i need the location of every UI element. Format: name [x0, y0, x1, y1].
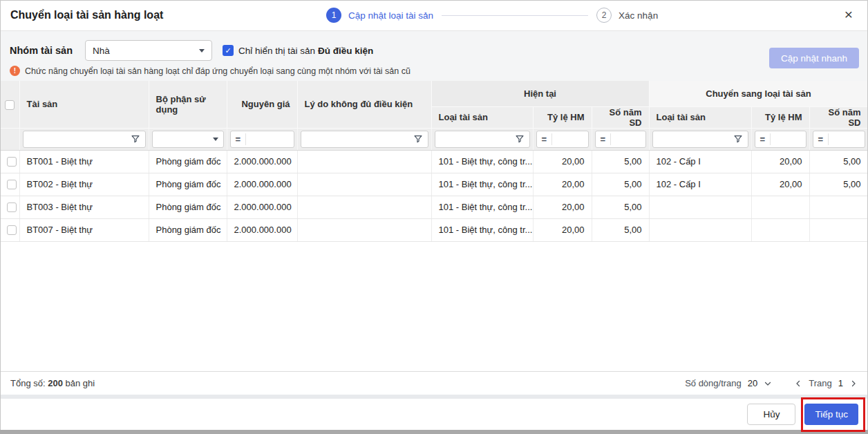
- title-bar: Chuyển loại tài sản hàng loạt 1 Cập nhật…: [0, 0, 868, 31]
- row-checkbox[interactable]: [7, 180, 17, 189]
- table-row[interactable]: BT003 - Biệt thự Phòng giám đốc 2.000.00…: [0, 196, 868, 218]
- eligible-checkbox-checked[interactable]: ✓: [223, 45, 234, 56]
- equals-operator[interactable]: =: [601, 133, 612, 145]
- filter-funnel-icon[interactable]: [515, 134, 525, 144]
- equals-operator[interactable]: =: [760, 133, 771, 145]
- cell-asset: BT001 - Biệt thự: [19, 150, 149, 173]
- header-original-cost[interactable]: Nguyên giá: [227, 81, 297, 128]
- cell-target-rate[interactable]: [751, 196, 809, 218]
- eligible-filter[interactable]: ✓ Chỉ hiển thị tài sản Đủ điều kiện: [223, 45, 373, 56]
- equals-operator[interactable]: =: [542, 133, 553, 145]
- filter-current-years-cell: =: [592, 128, 649, 150]
- cell-target-type[interactable]: 102 - Cấp I: [649, 150, 751, 173]
- equals-operator[interactable]: =: [818, 133, 829, 145]
- cell-ineligible-reason: [297, 150, 431, 173]
- continue-button[interactable]: Tiếp tục: [804, 404, 858, 425]
- cell-current-rate: 20,00: [533, 150, 592, 173]
- filter-department-cell: [149, 128, 227, 150]
- header-department[interactable]: Bộ phận sử dụng: [149, 81, 227, 128]
- filter-cost-box: =: [230, 131, 294, 148]
- cell-ineligible-reason: [297, 218, 431, 241]
- equals-operator[interactable]: =: [236, 133, 247, 145]
- filter-cost-cell: =: [227, 128, 297, 150]
- select-all-checkbox[interactable]: [5, 100, 15, 110]
- step-1-update-asset-type[interactable]: 1 Cập nhật loại tài sản: [326, 8, 433, 23]
- filter-funnel-icon[interactable]: [413, 134, 423, 144]
- filter-current-rate-cell: =: [533, 128, 592, 150]
- header-current-useful-years[interactable]: Số năm SD: [592, 106, 649, 128]
- close-icon[interactable]: ×: [840, 7, 857, 23]
- filter-target-rate-input[interactable]: [775, 131, 800, 147]
- cell-target-years[interactable]: [809, 218, 868, 241]
- filter-cost-input[interactable]: [251, 131, 288, 147]
- header-target-useful-years[interactable]: Số năm SD: [809, 106, 868, 128]
- filter-asset-cell: [19, 128, 149, 150]
- header-asset[interactable]: Tài sản: [19, 81, 149, 128]
- cell-target-type[interactable]: [649, 218, 751, 241]
- chevron-left-icon[interactable]: [794, 379, 802, 388]
- filter-current-rate-input[interactable]: [557, 131, 583, 147]
- cell-target-type[interactable]: 102 - Cấp I: [649, 173, 751, 196]
- step-1-label: Cập nhật loại tài sản: [348, 10, 433, 21]
- header-target-asset-type[interactable]: Loại tài sản: [649, 106, 751, 128]
- table-row[interactable]: BT002 - Biệt thự Phòng giám đốc 2.000.00…: [0, 173, 868, 196]
- cell-original-cost: 2.000.000.000: [227, 218, 297, 241]
- table-row[interactable]: BT007 - Biệt thự Phòng giám đốc 2.000.00…: [0, 218, 868, 241]
- cell-current-years: 5,00: [592, 196, 649, 218]
- filter-target-type-input[interactable]: [658, 131, 730, 147]
- chevron-right-icon[interactable]: [849, 379, 858, 388]
- cell-current-type: 101 - Biệt thự, công tr...: [431, 196, 533, 218]
- asset-group-dropdown[interactable]: Nhà: [85, 40, 212, 61]
- filter-department-box: [152, 131, 224, 148]
- quick-update-button[interactable]: Cập nhật nhanh: [769, 48, 859, 68]
- cell-target-rate[interactable]: 20,00: [751, 173, 809, 196]
- table-row[interactable]: BT001 - Biệt thự Phòng giám đốc 2.000.00…: [0, 150, 868, 173]
- filter-department-input[interactable]: [158, 131, 210, 147]
- warning-text: Chức năng chuyển loại tài sản hàng loạt …: [25, 66, 411, 76]
- filter-current-rate-box: =: [536, 131, 589, 148]
- chevron-down-icon[interactable]: [213, 138, 218, 141]
- filter-current-type-input[interactable]: [440, 131, 512, 147]
- header-ineligible-reason[interactable]: Lý do không đủ điều kiện: [297, 81, 431, 128]
- cell-department: Phòng giám đốc: [149, 196, 227, 218]
- header-current-depreciation-rate[interactable]: Tỷ lệ HM: [533, 106, 592, 128]
- filter-target-type-cell: [649, 128, 751, 150]
- rows-per-page-value[interactable]: 20: [748, 378, 757, 388]
- cell-department: Phòng giám đốc: [149, 218, 227, 241]
- cancel-button[interactable]: Hủy: [747, 404, 795, 425]
- filter-asset-input[interactable]: [28, 131, 128, 147]
- pagination: Số dòng/trang 20 Trang 1: [685, 378, 858, 388]
- filter-funnel-icon[interactable]: [131, 134, 140, 144]
- chevron-down-icon: [199, 49, 205, 53]
- filter-current-years-input[interactable]: [616, 131, 640, 147]
- row-checkbox[interactable]: [7, 202, 17, 212]
- row-select-cell: [0, 173, 19, 196]
- filter-reason-input[interactable]: [306, 131, 411, 147]
- header-target-depreciation-rate[interactable]: Tỷ lệ HM: [751, 106, 809, 128]
- filter-funnel-icon[interactable]: [733, 134, 743, 144]
- select-all-header-cell: [0, 81, 19, 128]
- cell-current-rate: 20,00: [533, 218, 592, 241]
- table-filter-row: = =: [0, 128, 868, 150]
- row-checkbox[interactable]: [7, 225, 17, 235]
- filter-select-cell: [0, 128, 19, 150]
- cell-ineligible-reason: [297, 196, 431, 218]
- page-value[interactable]: 1: [838, 378, 843, 388]
- row-checkbox[interactable]: [7, 157, 17, 167]
- cell-target-years[interactable]: 5,00: [809, 150, 868, 173]
- cell-target-rate[interactable]: [751, 218, 809, 241]
- filter-current-type-box: [435, 131, 530, 148]
- header-group-current: Hiện tại: [431, 81, 649, 106]
- row-select-cell: [0, 196, 19, 218]
- chevron-down-icon[interactable]: [764, 379, 772, 388]
- filter-target-years-input[interactable]: [833, 131, 859, 147]
- filter-reason-cell: [297, 128, 431, 150]
- header-current-asset-type[interactable]: Loại tài sản: [431, 106, 533, 128]
- cell-target-rate[interactable]: 20,00: [751, 150, 809, 173]
- cell-target-type[interactable]: [649, 196, 751, 218]
- cell-current-type: 101 - Biệt thự, công tr...: [431, 173, 533, 196]
- step-2-confirm[interactable]: 2 Xác nhận: [596, 8, 658, 23]
- cell-target-years[interactable]: 5,00: [809, 173, 868, 196]
- cell-target-years[interactable]: [809, 196, 868, 218]
- cell-asset: BT002 - Biệt thự: [19, 173, 149, 196]
